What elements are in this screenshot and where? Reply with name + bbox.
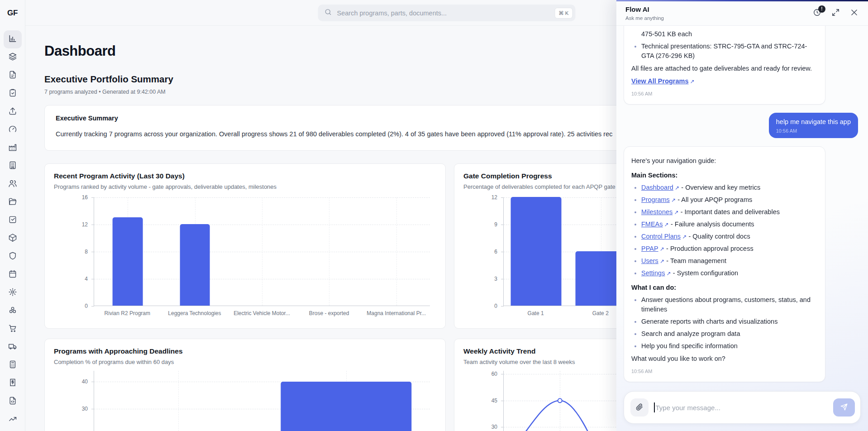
sidebar-item-clipboard-check[interactable] [4, 85, 22, 103]
chart-title: Recent Program Activity (Last 30 Days) [54, 172, 436, 180]
external-link-icon: ↗ [673, 185, 679, 191]
chat-input-area [616, 386, 868, 431]
data-point-marker [558, 398, 562, 402]
file-code-icon [8, 396, 17, 407]
chart-category-slot [363, 197, 430, 306]
bullet-dot [631, 183, 641, 192]
chat-link-fmeas[interactable]: FMEAs [641, 220, 663, 228]
chart-category-slot [161, 197, 228, 306]
sidebar-item-building[interactable] [4, 157, 22, 175]
chart-category-slot [94, 197, 161, 306]
y-axis-tick: 30 [82, 406, 88, 412]
bullet-item: Answer questions about programs, custome… [631, 295, 818, 314]
external-link-icon: ↗ [689, 78, 695, 85]
x-axis-label: Electric Vehicle Motor... [228, 306, 296, 316]
chat-link-dashboard[interactable]: Dashboard [641, 184, 673, 191]
sidebar-item-calendar[interactable] [4, 266, 22, 284]
chat-link-programs[interactable]: Programs [641, 196, 670, 203]
notification-badge: ! [818, 5, 825, 13]
dashboard-icon [8, 34, 17, 45]
bullet-item: Generate reports with charts and visuali… [631, 317, 818, 326]
chat-link-users[interactable]: Users [641, 257, 658, 264]
truck-icon [8, 342, 17, 353]
external-link-icon: ↗ [672, 209, 678, 216]
app-logo: GF [0, 0, 25, 26]
sidebar-item-file-code[interactable] [4, 393, 22, 411]
receipt-icon [8, 378, 17, 389]
message-paragraph: All files are attached to gate deliverab… [631, 64, 818, 73]
sidebar-item-receipt[interactable] [4, 374, 22, 393]
chat-link-settings[interactable]: Settings [641, 269, 665, 277]
sidebar-item-upload[interactable] [4, 103, 22, 121]
y-axis-tick: 8 [85, 249, 88, 255]
y-axis-tick: 12 [82, 221, 88, 228]
sidebar-item-document[interactable] [4, 67, 22, 85]
sidebar-item-truck[interactable] [4, 338, 22, 356]
sidebar-item-package[interactable] [4, 230, 22, 248]
bullet-continuation: 475-501 KB each [631, 29, 818, 39]
sidebar-item-check-square[interactable] [4, 211, 22, 230]
y-axis-tick: 4 [85, 276, 88, 282]
y-axis-tick: 40 [82, 378, 88, 385]
bullet-dot [631, 207, 641, 217]
sidebar-item-shield[interactable] [4, 248, 22, 266]
sidebar-item-factory[interactable] [4, 139, 22, 157]
bullet-dot [631, 317, 641, 326]
y-axis-tick: 60 [491, 371, 497, 377]
attach-button[interactable] [630, 398, 649, 417]
bullet-dot [631, 220, 641, 229]
chat-input-box[interactable] [624, 391, 861, 424]
layers-icon [8, 52, 17, 63]
close-button[interactable] [849, 9, 859, 19]
x-axis-label: Rivian R2 Program [94, 306, 161, 316]
message-heading: What I can do: [631, 283, 818, 292]
bullet-item: Milestones ↗ - Important dates and deliv… [631, 207, 818, 217]
chat-link-view-all-programs[interactable]: View All Programs [631, 77, 689, 85]
bullet-dot [631, 232, 641, 241]
chart-category-slot [229, 197, 296, 306]
send-button[interactable] [833, 398, 855, 417]
sidebar-item-calculator[interactable] [4, 356, 22, 374]
chat-messages[interactable]: 475-501 KB eachTechnical presentations: … [616, 26, 868, 386]
external-link-icon: ↗ [665, 270, 671, 277]
chart-bar [510, 197, 562, 306]
sidebar-nav [0, 26, 25, 429]
bullet-dot [631, 268, 641, 278]
y-axis-tick: 16 [82, 194, 88, 201]
search-placeholder: Search programs, parts, documents... [337, 10, 447, 17]
assistant-message-card: 475-501 KB eachTechnical presentations: … [624, 26, 825, 105]
clipboard-check-icon [8, 88, 17, 99]
folder-icon [8, 197, 17, 208]
chat-message-input[interactable] [656, 404, 834, 412]
sidebar: GF [0, 0, 25, 431]
external-link-icon: ↗ [670, 197, 676, 203]
settings-icon [8, 287, 17, 298]
expand-button[interactable] [830, 9, 840, 19]
chat-header: Flow AI Ask me anything ! [616, 1, 868, 26]
upload-icon [8, 106, 17, 117]
search-input[interactable]: Search programs, parts, documents... ⌘ K [318, 5, 576, 21]
x-axis-label: Leggera Technologies [161, 306, 229, 316]
sidebar-item-layers[interactable] [4, 48, 22, 67]
sidebar-item-cart[interactable] [4, 320, 22, 338]
sidebar-item-folder[interactable] [4, 193, 22, 211]
chat-link-milestones[interactable]: Milestones [641, 208, 672, 216]
sidebar-item-users[interactable] [4, 175, 22, 193]
bullet-item: Technical presentations: STRC-795-GTA an… [631, 42, 818, 61]
gauge-icon [8, 125, 17, 135]
search-shortcut-badge: ⌘ K [554, 8, 572, 19]
bullet-item: Help you find specific information [631, 341, 818, 351]
chart-category-slot [262, 371, 430, 431]
sidebar-item-dashboard[interactable] [4, 30, 22, 48]
sidebar-item-settings[interactable] [4, 284, 22, 302]
sidebar-item-cluster[interactable] [4, 302, 22, 320]
sidebar-item-gauge[interactable] [4, 121, 22, 139]
chat-subtitle: Ask me anything [625, 15, 664, 21]
chat-link-ppap[interactable]: PPAP [641, 245, 658, 252]
history-button[interactable]: ! [812, 9, 822, 19]
chart-bar [180, 224, 210, 306]
sidebar-item-trending-up[interactable] [4, 411, 22, 429]
chat-link-control-plans[interactable]: Control Plans [641, 233, 681, 240]
y-axis-tick: 30 [491, 424, 497, 430]
external-link-icon: ↗ [681, 234, 687, 240]
